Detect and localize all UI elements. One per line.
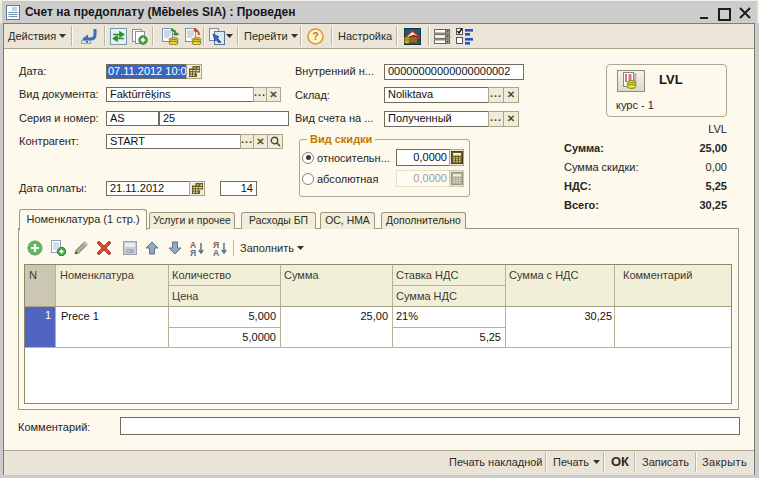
svg-text:ОК: ОК — [126, 248, 135, 254]
svg-text:Я: Я — [190, 248, 196, 257]
svg-text:А: А — [213, 248, 219, 257]
svg-text:?: ? — [312, 31, 318, 42]
